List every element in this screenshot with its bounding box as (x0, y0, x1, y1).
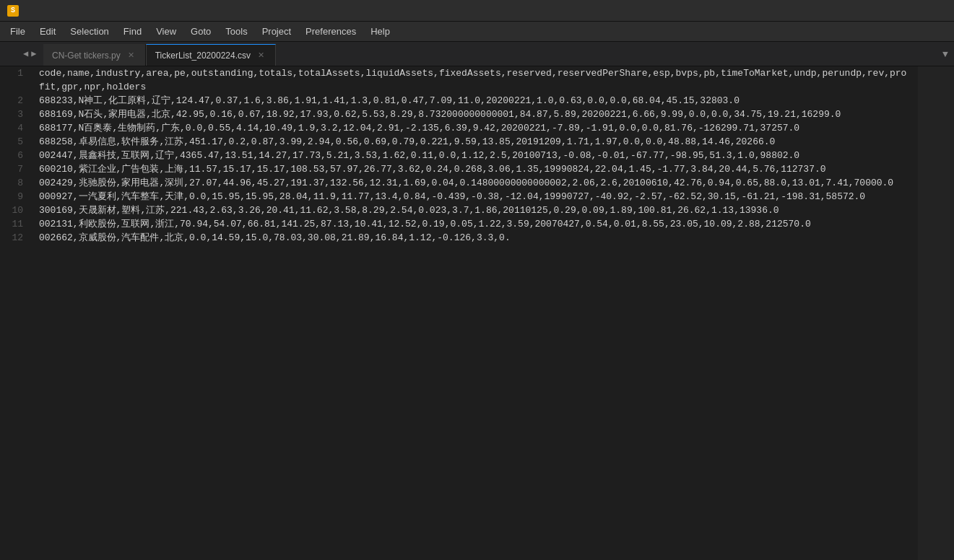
code-line-8: 002429,兆驰股份,家用电器,深圳,27.07,44.96,45.27,19… (39, 176, 908, 190)
line-number-11: 11 (0, 217, 29, 231)
menu-item-selection[interactable]: Selection (63, 22, 116, 41)
code-line-5: 688258,卓易信息,软件服务,江苏,451.17,0.2,0.87,3.99… (39, 135, 908, 149)
tab-tickerlist[interactable]: TickerList_20200224.csv ✕ (146, 44, 276, 66)
code-line-11: 002131,利欧股份,互联网,浙江,70.94,54.07,66.81,141… (39, 217, 908, 231)
menu-item-project[interactable]: Project (255, 22, 298, 41)
tab-nav-area: ◀ ▶ (22, 41, 43, 66)
title-bar-left: S (7, 5, 23, 17)
code-line-1: code,name,industry,area,pe,outstanding,t… (39, 66, 908, 94)
tab-next-icon[interactable]: ▶ (30, 48, 38, 59)
line-number-9: 9 (0, 190, 29, 204)
menu-item-tools[interactable]: Tools (218, 22, 254, 41)
tab-nav-buttons[interactable]: ◀ ▶ (22, 41, 43, 66)
app-icon: S (7, 5, 19, 17)
tab-cn-get-tickers[interactable]: CN-Get tickers.py ✕ (43, 44, 146, 66)
minimap (918, 66, 954, 560)
menu-item-find[interactable]: Find (116, 22, 149, 41)
menu-item-edit[interactable]: Edit (32, 22, 63, 41)
line-number-3: 3 (0, 108, 29, 121)
code-line-10: 300169,天晟新材,塑料,江苏,221.43,2.63,3.26,20.41… (39, 204, 908, 217)
code-content[interactable]: code,name,industry,area,pe,outstanding,t… (35, 66, 908, 560)
line-number-6: 6 (0, 149, 29, 162)
menu-item-goto[interactable]: Goto (183, 22, 218, 41)
line-number-1: 1 (0, 66, 29, 94)
line-number-12: 12 (0, 231, 29, 245)
scrollbar[interactable] (908, 66, 918, 560)
menu-item-file[interactable]: File (3, 22, 32, 41)
line-number-10: 10 (0, 204, 29, 217)
tab-close-ticker[interactable]: ✕ (256, 51, 266, 61)
line-number-8: 8 (0, 176, 29, 190)
code-line-12: 002662,京威股份,汽车配件,北京,0.0,14.59,15.0,78.03… (39, 231, 908, 245)
tab-bar: ◀ ▶ CN-Get tickers.py ✕ TickerList_20200… (0, 42, 954, 66)
tab-dropdown-button[interactable]: ▼ (937, 42, 954, 66)
menu-item-help[interactable]: Help (363, 22, 397, 41)
line-number-2: 2 (0, 94, 29, 108)
menu-item-view[interactable]: View (149, 22, 183, 41)
code-line-6: 002447,晨鑫科技,互联网,辽宁,4365.47,13.51,14.27,1… (39, 149, 908, 162)
tab-close-cn[interactable]: ✕ (126, 51, 136, 61)
tab-label: CN-Get tickers.py (52, 51, 121, 61)
line-numbers: 123456789101112 (0, 66, 35, 560)
menu-bar: FileEditSelectionFindViewGotoToolsProjec… (0, 22, 954, 42)
code-line-4: 688177,N百奥泰,生物制药,广东,0.0,0.55,4.14,10.49,… (39, 121, 908, 135)
code-line-2: 688233,N神工,化工原料,辽宁,124.47,0.37,1.6,3.86,… (39, 94, 908, 108)
tab-prev-icon[interactable]: ◀ (22, 48, 30, 59)
title-bar: S (0, 0, 954, 22)
editor-area: 123456789101112 code,name,industry,area,… (0, 66, 954, 560)
tab-label-active: TickerList_20200224.csv (155, 51, 251, 61)
line-number-4: 4 (0, 121, 29, 135)
code-line-7: 600210,紫江企业,广告包装,上海,11.57,15.17,15.17,10… (39, 162, 908, 176)
menu-item-preferences[interactable]: Preferences (298, 22, 363, 41)
code-line-9: 000927,一汽夏利,汽车整车,天津,0.0,15.95,15.95,28.0… (39, 190, 908, 204)
line-number-5: 5 (0, 135, 29, 149)
line-number-7: 7 (0, 162, 29, 176)
code-line-3: 688169,N石头,家用电器,北京,42.95,0.16,0.67,18.92… (39, 108, 908, 121)
